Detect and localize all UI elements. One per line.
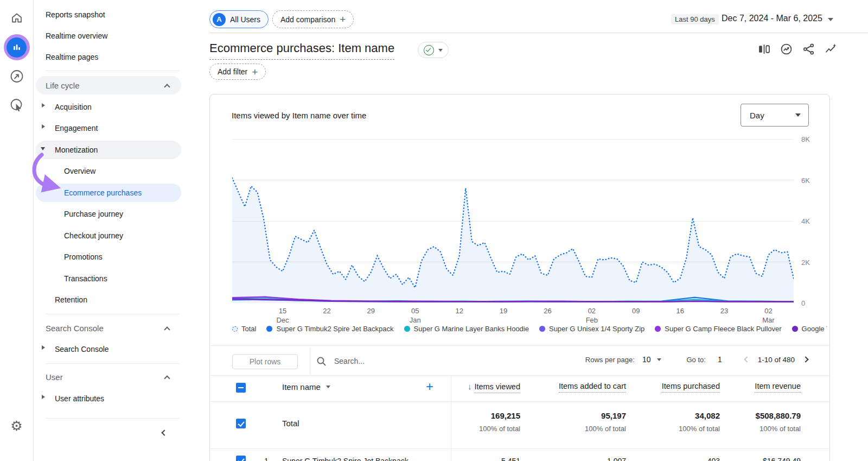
date-range-picker[interactable]: Dec 7, 2024 - Mar 6, 2025 bbox=[722, 14, 822, 23]
explore-icon[interactable] bbox=[9, 69, 24, 84]
reports-icon-selected[interactable] bbox=[4, 34, 30, 60]
sidebar-item-ecommerce-purchases[interactable]: Ecommerce purchases bbox=[64, 188, 142, 197]
sidebar-item-reports-snapshot[interactable]: Reports snapshot bbox=[46, 10, 105, 19]
add-filter-button[interactable]: Add filter + bbox=[209, 64, 266, 80]
column-header-items-added[interactable]: Items added to cart bbox=[559, 382, 626, 390]
chevron-up-icon[interactable] bbox=[164, 375, 170, 381]
total-row-label: Total bbox=[282, 419, 299, 428]
legend-dot bbox=[539, 326, 545, 332]
next-page-icon[interactable] bbox=[802, 356, 808, 362]
metric-label: Items purchased bbox=[662, 382, 720, 393]
sidebar-item-overview[interactable]: Overview bbox=[64, 167, 95, 175]
chevron-up-icon[interactable] bbox=[164, 326, 170, 332]
audience-chip-all-users[interactable]: A All Users bbox=[209, 10, 269, 28]
chevron-down-icon bbox=[438, 49, 443, 52]
collapse-sidebar-icon[interactable] bbox=[161, 430, 167, 435]
trend-circle-icon[interactable] bbox=[780, 42, 793, 56]
table-search bbox=[316, 354, 454, 368]
total-items-purchased-pct: 100% of total bbox=[679, 425, 720, 433]
page-title[interactable]: Ecommerce purchases: Item name bbox=[209, 41, 394, 60]
report-card: Items viewed by Item name over time Day … bbox=[209, 94, 830, 461]
chevron-down-icon[interactable] bbox=[657, 358, 661, 361]
y-axis-labels: 02K4K6K8K bbox=[801, 135, 823, 303]
advertising-icon[interactable] bbox=[9, 98, 24, 112]
sidebar-item-transactions[interactable]: Transactions bbox=[64, 274, 107, 283]
add-comparison-label: Add comparison bbox=[280, 15, 335, 24]
sidebar-item-realtime-pages[interactable]: Realtime pages bbox=[46, 53, 98, 61]
previous-page-icon[interactable] bbox=[744, 356, 750, 362]
sidebar-item-user-attributes[interactable]: User attributes bbox=[55, 394, 104, 403]
sidebar-item-promotions[interactable]: Promotions bbox=[64, 252, 103, 261]
legend-item: Super G Camp Fleece Black Pullover bbox=[655, 325, 781, 333]
sidebar-item-search-console[interactable]: Search Console bbox=[55, 345, 109, 353]
row-item-revenue: $16,749.49 bbox=[763, 457, 801, 461]
chevron-down-icon[interactable] bbox=[828, 18, 833, 21]
column-header-item-name[interactable]: Item name bbox=[282, 382, 330, 391]
date-range-label: Dec 7, 2024 - Mar 6, 2025 bbox=[722, 14, 822, 23]
expander-right-icon[interactable] bbox=[42, 395, 45, 399]
sidebar-divider bbox=[46, 71, 179, 71]
selected-ring bbox=[4, 34, 30, 60]
goto-input[interactable]: 1 bbox=[718, 355, 722, 364]
chart-title: Items viewed by Item name over time bbox=[232, 111, 366, 120]
add-comparison-button[interactable]: Add comparison + bbox=[272, 10, 354, 28]
rows-per-page-label: Rows per page: bbox=[585, 356, 635, 364]
legend-dot bbox=[792, 326, 798, 332]
sidebar-item-acquisition[interactable]: Acquisition bbox=[55, 103, 92, 111]
collection-header-life-cycle[interactable]: Life cycle bbox=[46, 81, 80, 90]
audience-chip-label: All Users bbox=[230, 15, 260, 24]
left-icon-rail: ⚙ bbox=[0, 0, 34, 461]
search-icon bbox=[316, 356, 327, 367]
expander-right-icon[interactable] bbox=[42, 345, 45, 350]
column-header-items-viewed[interactable]: ↓Items viewed bbox=[468, 382, 520, 391]
sidebar-item-purchase-journey[interactable]: Purchase journey bbox=[64, 210, 123, 218]
legend-item-total: Total bbox=[232, 325, 256, 333]
report-status-badge[interactable] bbox=[418, 42, 449, 58]
row-items-purchased: 403 bbox=[707, 457, 720, 461]
row-checkbox[interactable] bbox=[236, 456, 246, 461]
legend-item: Super G Unisex 1/4 Sporty Zip bbox=[539, 325, 644, 333]
expander-right-icon[interactable] bbox=[42, 124, 45, 129]
header-bottom-border bbox=[210, 401, 829, 402]
expander-down-icon[interactable] bbox=[41, 147, 45, 150]
sort-desc-icon: ↓ bbox=[468, 382, 472, 391]
edit-comparisons-icon[interactable] bbox=[757, 42, 771, 56]
legend-label: Google Timb bbox=[802, 325, 827, 333]
legend-label: Total bbox=[241, 325, 256, 333]
share-icon[interactable] bbox=[802, 42, 815, 56]
rows-per-page-value[interactable]: 10 bbox=[642, 355, 651, 364]
legend-item: Super G Timbuk2 Spire Jet Backpack bbox=[266, 325, 393, 333]
select-all-checkbox[interactable] bbox=[236, 383, 246, 393]
column-header-item-revenue[interactable]: Item revenue bbox=[755, 382, 801, 390]
sidebar-item-retention[interactable]: Retention bbox=[55, 295, 87, 304]
search-input[interactable] bbox=[334, 354, 454, 368]
plot-rows-button[interactable]: Plot rows bbox=[232, 354, 298, 369]
admin-gear-icon[interactable]: ⚙ bbox=[10, 419, 22, 433]
pagination-range: 1-10 of 480 bbox=[758, 356, 795, 364]
collection-header-search-console[interactable]: Search Console bbox=[46, 324, 104, 333]
row-divider bbox=[210, 449, 829, 449]
column-header-items-purchased[interactable]: Items purchased bbox=[662, 382, 720, 390]
legend-item: Super G Marine Layer Banks Hoodie bbox=[404, 325, 529, 333]
add-column-icon[interactable]: + bbox=[426, 379, 433, 394]
dimension-label: Item name bbox=[282, 382, 321, 391]
sidebar-item-checkout-journey[interactable]: Checkout journey bbox=[64, 231, 123, 240]
sidebar-item-realtime-overview[interactable]: Realtime overview bbox=[46, 31, 107, 40]
row-items-added: 1,007 bbox=[607, 457, 626, 461]
legend-dot bbox=[655, 326, 661, 332]
granularity-select[interactable]: Day bbox=[741, 104, 809, 127]
expander-right-icon[interactable] bbox=[42, 103, 45, 108]
legend-dot-total bbox=[232, 326, 238, 332]
legend-label: Super G Camp Fleece Black Pullover bbox=[665, 325, 781, 333]
legend-label: Super G Marine Layer Banks Hoodie bbox=[414, 325, 529, 333]
total-row-checkbox[interactable] bbox=[236, 419, 246, 428]
sidebar-item-monetization[interactable]: Monetization bbox=[55, 146, 98, 154]
chart-legend: Total Super G Timbuk2 Spire Jet Backpack… bbox=[232, 325, 827, 333]
collection-header-user[interactable]: User bbox=[46, 372, 63, 382]
total-items-purchased: 34,082 bbox=[695, 411, 720, 420]
insights-sparkline-icon[interactable] bbox=[824, 42, 838, 56]
table-pagination: Rows per page: 10 Go to: 1 1-10 of 480 bbox=[585, 355, 808, 364]
sidebar-item-engagement[interactable]: Engagement bbox=[55, 124, 98, 132]
home-icon[interactable] bbox=[10, 11, 23, 24]
chevron-down-icon bbox=[795, 113, 801, 117]
